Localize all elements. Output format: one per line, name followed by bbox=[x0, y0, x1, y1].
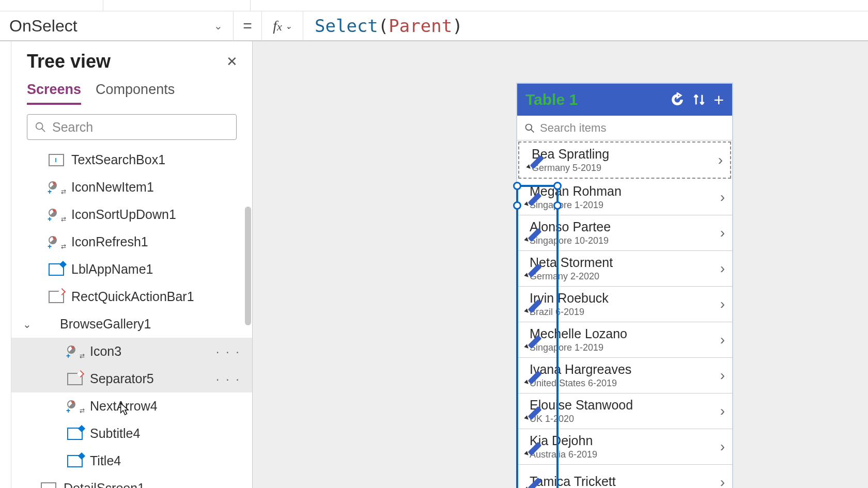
chevron-right-icon[interactable]: › bbox=[718, 152, 723, 168]
list-item[interactable]: Mechelle Lozano Singapore 1-2019 › bbox=[517, 322, 732, 358]
tree-item-label: Subtitle4 bbox=[90, 426, 140, 441]
tree-item-label: DetailScreen1 bbox=[64, 481, 145, 488]
chevron-right-icon[interactable]: › bbox=[720, 367, 725, 384]
list-item[interactable]: Alonso Partee Singapore 10-2019 › bbox=[517, 215, 732, 251]
fx-button[interactable]: fx ⌄ bbox=[262, 11, 303, 40]
search-icon bbox=[524, 123, 535, 133]
edit-icon bbox=[526, 403, 542, 419]
item-name: Bea Spratling bbox=[532, 147, 718, 162]
tree-item-icon3[interactable]: ♥+⇄ Icon3 · · · bbox=[11, 338, 252, 365]
chevron-down-icon: ⌄ bbox=[285, 21, 292, 31]
tab-components[interactable]: Components bbox=[96, 82, 175, 105]
svg-line-3 bbox=[531, 129, 534, 132]
item-name: Megan Rohman bbox=[530, 184, 720, 199]
chevron-right-icon[interactable]: › bbox=[720, 438, 725, 455]
tree-item-lblappname[interactable]: LblAppName1 bbox=[11, 256, 252, 283]
edit-icon bbox=[529, 152, 544, 168]
edit-icon bbox=[526, 368, 542, 383]
icon-control-icon: ♥+⇄ bbox=[67, 345, 83, 358]
tree-title: Tree view bbox=[27, 51, 111, 72]
icon-control-icon: ♥+⇄ bbox=[67, 400, 83, 413]
item-name: Neta Storment bbox=[530, 255, 720, 270]
tree-item-label: IconRefresh1 bbox=[71, 234, 148, 249]
item-name: Alonso Partee bbox=[530, 219, 720, 234]
chevron-down-icon[interactable]: ⌄ bbox=[23, 318, 32, 330]
tree-item-label: IconSortUpDown1 bbox=[71, 207, 176, 222]
item-name: Tamica Trickett bbox=[530, 474, 720, 488]
chevron-right-icon[interactable]: › bbox=[720, 260, 725, 277]
more-icon[interactable]: · · · bbox=[216, 344, 241, 359]
svg-point-2 bbox=[526, 124, 532, 130]
edit-icon bbox=[526, 475, 542, 489]
tree-search-input[interactable]: Search bbox=[27, 114, 237, 140]
chevron-right-icon[interactable]: › bbox=[720, 332, 725, 348]
item-subtitle: United States 6-2019 bbox=[530, 378, 720, 389]
search-placeholder: Search items bbox=[540, 121, 606, 135]
ribbon bbox=[0, 0, 868, 11]
tree-item-subtitle4[interactable]: Subtitle4 bbox=[11, 420, 252, 447]
edit-icon bbox=[526, 261, 542, 276]
formula-bar: OnSelect ⌄ = fx ⌄ Select(Parent) bbox=[0, 11, 868, 41]
tree-view-panel: Tree view ✕ Screens Components Search Te… bbox=[11, 41, 253, 488]
tree-item-iconrefresh[interactable]: ♥+⇄ IconRefresh1 bbox=[11, 228, 252, 256]
list-item[interactable]: Irvin Roebuck Brazil 6-2019 › bbox=[517, 287, 732, 322]
canvas-area[interactable]: Table 1 + Search items Bea Spratling Ger… bbox=[253, 41, 868, 488]
list-item[interactable]: Megan Rohman Singapore 1-2019 › bbox=[517, 180, 732, 215]
list-item[interactable]: Bea Spratling Germany 5-2019 › bbox=[518, 141, 731, 179]
tree-item-browsegallery[interactable]: ⌄ BrowseGallery1 bbox=[11, 310, 252, 338]
item-subtitle: Brazil 6-2019 bbox=[530, 307, 720, 318]
scrollbar-thumb[interactable] bbox=[245, 207, 251, 325]
close-icon[interactable]: ✕ bbox=[226, 54, 238, 70]
chevron-down-icon[interactable]: ⌄ bbox=[22, 483, 29, 489]
search-placeholder: Search bbox=[52, 120, 93, 135]
cursor-pointer-icon bbox=[119, 402, 130, 417]
list-item[interactable]: Elouise Stanwood UK 1-2020 › bbox=[517, 393, 732, 429]
edit-icon bbox=[526, 225, 542, 241]
svg-point-0 bbox=[36, 123, 43, 130]
icon-control-icon: ♥+⇄ bbox=[49, 236, 64, 248]
edit-icon bbox=[526, 296, 542, 312]
chevron-right-icon[interactable]: › bbox=[720, 403, 725, 419]
tab-screens[interactable]: Screens bbox=[27, 82, 81, 105]
item-name: Irvin Roebuck bbox=[530, 291, 720, 306]
label-icon bbox=[67, 428, 83, 440]
more-icon[interactable]: · · · bbox=[216, 372, 241, 386]
item-subtitle: Germany 2-2020 bbox=[530, 271, 720, 282]
rectangle-icon bbox=[67, 373, 83, 385]
label-icon bbox=[49, 263, 64, 276]
search-icon bbox=[35, 121, 46, 133]
list-item[interactable]: Ivana Hargreaves United States 6-2019 › bbox=[517, 358, 732, 393]
item-subtitle: Singapore 1-2019 bbox=[530, 342, 720, 353]
ribbon-tab[interactable] bbox=[0, 0, 103, 11]
tree-item-nextarrow4[interactable]: ♥+⇄ NextArrow4 bbox=[11, 392, 252, 420]
tree-item-detailscreen1[interactable]: ⌄ DetailScreen1 bbox=[11, 475, 252, 488]
formula-function: Select bbox=[315, 15, 378, 36]
tree-item-textsearchbox[interactable]: TextSearchBox1 bbox=[11, 146, 252, 174]
chevron-right-icon[interactable]: › bbox=[720, 296, 725, 312]
list-item[interactable]: Neta Storment Germany 2-2020 › bbox=[517, 251, 732, 287]
property-dropdown[interactable]: OnSelect ⌄ bbox=[0, 11, 234, 40]
chevron-right-icon[interactable]: › bbox=[720, 474, 725, 489]
property-name: OnSelect bbox=[9, 17, 78, 36]
left-rail bbox=[0, 41, 11, 488]
chevron-right-icon[interactable]: › bbox=[720, 189, 725, 206]
ribbon-tab[interactable] bbox=[103, 0, 251, 11]
tree-item-label: RectQuickActionBar1 bbox=[71, 289, 194, 304]
app-title: Table 1 bbox=[525, 91, 663, 108]
tree-item-separator5[interactable]: Separator5 · · · bbox=[11, 365, 252, 392]
add-icon[interactable]: + bbox=[714, 90, 724, 110]
list-item[interactable]: Tamica Trickett › bbox=[517, 465, 732, 488]
list-item[interactable]: Kia Dejohn Australia 6-2019 › bbox=[517, 429, 732, 465]
tree-item-rectquickaction[interactable]: RectQuickActionBar1 bbox=[11, 283, 252, 310]
formula-arg: Parent bbox=[389, 15, 452, 36]
app-preview: Table 1 + Search items Bea Spratling Ger… bbox=[516, 83, 733, 488]
tree-item-title4[interactable]: Title4 bbox=[11, 447, 252, 475]
tree-item-iconnewitem[interactable]: ♥+⇄ IconNewItem1 bbox=[11, 174, 252, 201]
item-subtitle: Australia 6-2019 bbox=[530, 449, 720, 460]
chevron-right-icon[interactable]: › bbox=[720, 225, 725, 241]
refresh-icon[interactable] bbox=[670, 92, 685, 107]
sort-icon[interactable] bbox=[692, 92, 706, 107]
formula-input[interactable]: Select(Parent) bbox=[303, 11, 868, 40]
app-search-input[interactable]: Search items bbox=[517, 116, 732, 140]
tree-item-iconsort[interactable]: ♥+⇄ IconSortUpDown1 bbox=[11, 201, 252, 228]
